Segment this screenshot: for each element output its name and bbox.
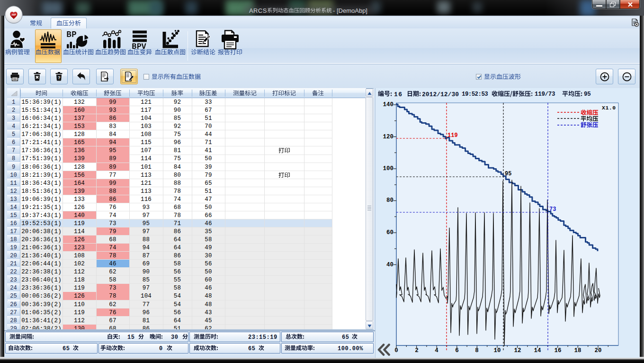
svg-text:ABP: ABP xyxy=(11,14,16,16)
